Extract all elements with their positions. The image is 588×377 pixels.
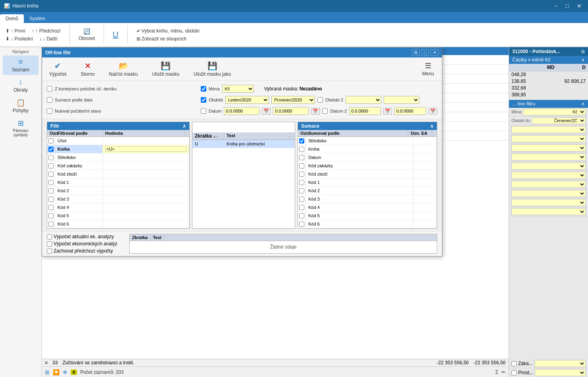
filter-row-kod6[interactable]: Kód 6 [47,220,189,228]
obdobi2-checkbox[interactable] [317,97,323,103]
obdobi-to-select[interactable]: Prosinec/2020 [271,96,315,104]
filter-row-kod-zbozi[interactable]: Kód zboží [47,170,189,178]
sumace-row-zakazky[interactable]: Kód zakázky [298,162,437,170]
right-zaka-checkbox[interactable] [511,361,517,366]
sumace-zbozi-checkbox[interactable] [299,172,304,177]
datum-checkbox[interactable] [201,108,206,114]
storno-button[interactable]: ✕ Storno [78,60,97,78]
filter-stredisko-checkbox[interactable] [48,155,54,160]
close-button[interactable]: ✕ [575,2,584,10]
filter-row-kod5[interactable]: Kód 5 [47,212,189,220]
last-button[interactable]: ⬇ ↓ Poslední [3,35,35,42]
sumace-kod6-checkbox[interactable] [299,222,304,227]
right-scroll-select-2[interactable] [511,135,586,142]
tab-domu[interactable]: Domů [0,14,24,23]
right-zaka-select[interactable] [534,360,586,367]
next-button[interactable]: ↓ ↓ Další [37,35,60,42]
right-panel-collapse-icon[interactable]: ∧ [581,57,585,63]
vypocet-button[interactable]: ✔ Výpočet [47,60,69,78]
sumace-row-kniha[interactable]: Kniha [298,145,437,153]
sumace-row-kod4[interactable]: Kód 4 [298,203,437,212]
sumace-kod3-checkbox[interactable] [299,197,304,202]
filter-kod6-checkbox[interactable] [48,222,54,227]
obdobi2-to-select[interactable] [384,96,419,104]
dialog-close-button[interactable]: ✕ [430,49,439,56]
sumace-row-kod3[interactable]: Kód 3 [298,195,437,203]
datum-to-cal-button[interactable]: 📅 [311,108,320,115]
obdobi-checkbox[interactable] [201,97,206,103]
sumace-row-kod2[interactable]: Kód 2 [298,187,437,195]
zachovat-checkbox[interactable] [47,249,52,254]
obdobi-from-select[interactable]: Leden/2020 [225,96,269,104]
sumace-stredisko-checkbox[interactable] [299,138,304,144]
right-prost-checkbox[interactable] [511,370,517,375]
filter-kniha-input[interactable] [105,146,186,152]
refresh-button[interactable]: 🔄 Obnovit [76,27,97,42]
sidebar-item-pohyby[interactable]: 📋 Pohyby [3,96,38,116]
sumace-row-kod5[interactable]: Kód 5 [298,212,437,220]
right-mena-select[interactable]: Kč [523,109,586,115]
right-panel-external-icon[interactable]: ⧉ [581,49,585,54]
ulozit-masku-jako-button[interactable]: 💾 Uložit masku jako [191,60,233,78]
datum2-checkbox[interactable] [322,108,328,114]
filter-collapse-icon[interactable]: ∧ [183,123,186,129]
first-button[interactable]: ⬆ ↑ První [3,27,28,34]
sumace-kniha-checkbox[interactable] [299,147,304,152]
tab-system[interactable]: Systém [24,14,51,23]
right-scroll-select-3[interactable] [511,144,586,151]
menu-button[interactable]: ☰ Menu [419,60,437,78]
filter-row-ucet[interactable]: Účet [47,137,189,145]
sidebar-item-seznam[interactable]: ≡ Seznam [3,55,38,75]
filter-row-kod4[interactable]: Kód 4 [47,203,189,212]
dialog-restore-button[interactable]: ⧉ [412,49,420,56]
filter-kod2-checkbox[interactable] [48,188,54,193]
sidebar-item-obraty[interactable]: ↕ Obraty [3,76,38,95]
sumace-datum-checkbox[interactable] [299,155,304,160]
filter-row-kod1[interactable]: Kód 1 [47,178,189,187]
grid-icon[interactable]: ⊞ [45,369,50,375]
filter-row-kniha[interactable]: Kniha [47,145,189,153]
sumace-kod5-checkbox[interactable] [299,213,304,218]
right-scroll-select-10[interactable] [511,208,586,215]
filter-zbozi-checkbox[interactable] [48,172,54,177]
filter-kod4-checkbox[interactable] [48,205,54,210]
sumace-kod1-checkbox[interactable] [299,180,304,185]
filter-kod5-checkbox[interactable] [48,213,54,218]
mena-checkbox[interactable] [201,86,206,92]
minimize-button[interactable]: − [552,2,560,10]
filter-status-icon[interactable]: 🔽 [53,369,60,375]
vypocet-aktualni-checkbox[interactable] [47,234,52,239]
mena-select[interactable]: Kč [222,85,254,93]
filter-kod3-checkbox[interactable] [48,197,54,202]
maximize-button[interactable]: □ [563,2,571,10]
right-scroll-select-8[interactable] [511,190,586,197]
edit-icon[interactable]: ✏ [502,369,505,375]
filter-kniha-checkbox[interactable] [48,147,54,152]
right-scroll-select-6[interactable] [511,172,586,179]
filter-row-kod-zakazky[interactable]: Kód zakázky [47,162,189,170]
nulovat-checkbox[interactable] [47,108,52,114]
filter-row-kod3[interactable]: Kód 3 [47,195,189,203]
filter-zakazky-checkbox[interactable] [48,163,54,168]
sidebar-item-parovaci[interactable]: ⊞ Párovací symboly [3,117,38,140]
datum2-to-input[interactable] [394,107,426,115]
sumace-row-zbozi[interactable]: Kód zboží [298,170,437,178]
nacist-masku-button[interactable]: 📂 Načíst masku [107,60,140,78]
right-scroll-select-9[interactable] [511,199,586,206]
sumace-row-datum[interactable]: Datum [298,153,437,162]
right-prost-select[interactable] [535,369,586,376]
sumace-collapse-icon[interactable]: ∧ [430,123,434,129]
sumace-checkbox[interactable] [47,97,52,103]
sumace-row-kod6[interactable]: Kód 6 [298,220,437,228]
text-row-u[interactable]: U Kniha pro účetnictví [192,140,295,148]
sumace-row-stredisko[interactable]: Středisko [298,137,437,145]
select-book-button[interactable]: ✔ Vybrat knihu, měnu, období [134,27,202,34]
sumace-zakazky-checkbox[interactable] [299,163,304,168]
obdobi2-from-select[interactable] [346,96,381,104]
sigma-icon[interactable]: Σ [496,369,498,375]
right-scroll-select-5[interactable] [511,163,586,170]
dialog-maximize-button[interactable]: □ [421,49,429,56]
right-obdobi-select[interactable]: Červenec/2C [532,117,586,124]
snow-icon[interactable]: ❄ [63,369,67,375]
datum-from-cal-button[interactable]: 📅 [262,108,271,115]
